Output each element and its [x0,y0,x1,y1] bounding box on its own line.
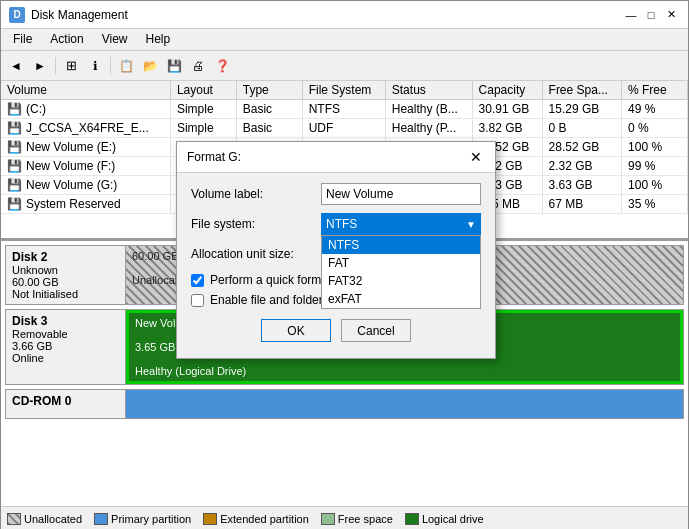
cancel-button[interactable]: Cancel [341,319,411,342]
file-system-value: NTFS [326,217,357,231]
dialog-buttons: OK Cancel [191,319,481,348]
ok-button[interactable]: OK [261,319,331,342]
format-dialog: Format G: ✕ Volume label: File system: N… [176,141,496,359]
file-system-label: File system: [191,217,321,231]
option-fat32[interactable]: FAT32 [322,272,480,290]
file-system-list: NTFS FAT FAT32 exFAT [321,235,481,309]
dialog-body: Volume label: File system: NTFS ▼ NTFS F… [177,173,495,358]
volume-label-row: Volume label: [191,183,481,205]
file-system-dropdown[interactable]: NTFS ▼ NTFS FAT FAT32 exFAT [321,213,481,235]
file-system-selected[interactable]: NTFS ▼ [321,213,481,235]
window-frame: D Disk Management — □ ✕ File Action View… [0,0,689,529]
volume-label-label: Volume label: [191,187,321,201]
allocation-label: Allocation unit size: [191,247,321,261]
option-exfat[interactable]: exFAT [322,290,480,308]
dialog-title-bar: Format G: ✕ [177,142,495,173]
dialog-overlay: Format G: ✕ Volume label: File system: N… [1,1,689,529]
dialog-title-text: Format G: [187,150,241,164]
compression-checkbox[interactable] [191,294,204,307]
volume-label-input[interactable] [321,183,481,205]
option-ntfs[interactable]: NTFS [322,236,480,254]
dialog-close-button[interactable]: ✕ [467,148,485,166]
dropdown-arrow-icon: ▼ [466,219,476,230]
quick-format-checkbox[interactable] [191,274,204,287]
option-fat[interactable]: FAT [322,254,480,272]
quick-format-label: Perform a quick format [210,273,331,287]
file-system-row: File system: NTFS ▼ NTFS FAT FAT32 exFAT [191,213,481,235]
